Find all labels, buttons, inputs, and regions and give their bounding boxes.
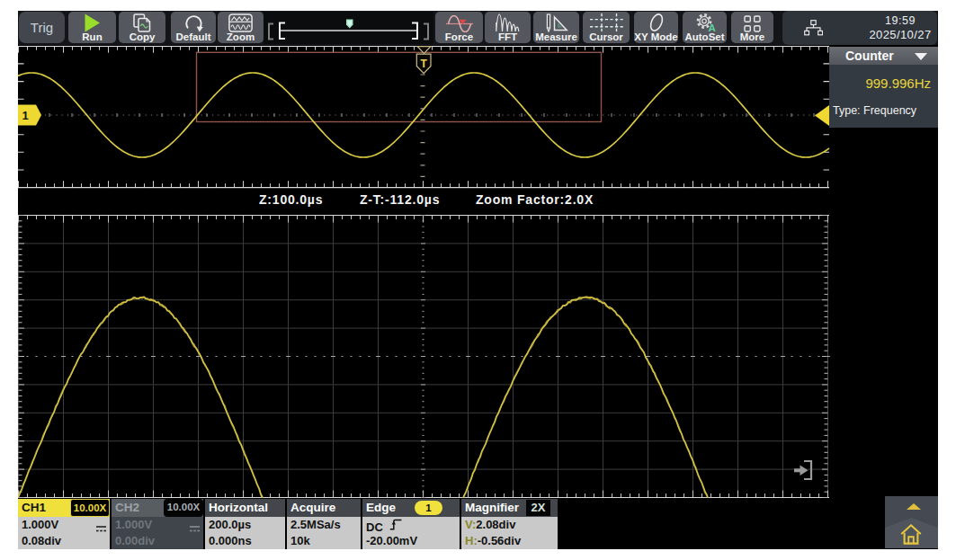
svg-text:1: 1 bbox=[22, 109, 28, 122]
svg-text:T: T bbox=[421, 58, 428, 70]
